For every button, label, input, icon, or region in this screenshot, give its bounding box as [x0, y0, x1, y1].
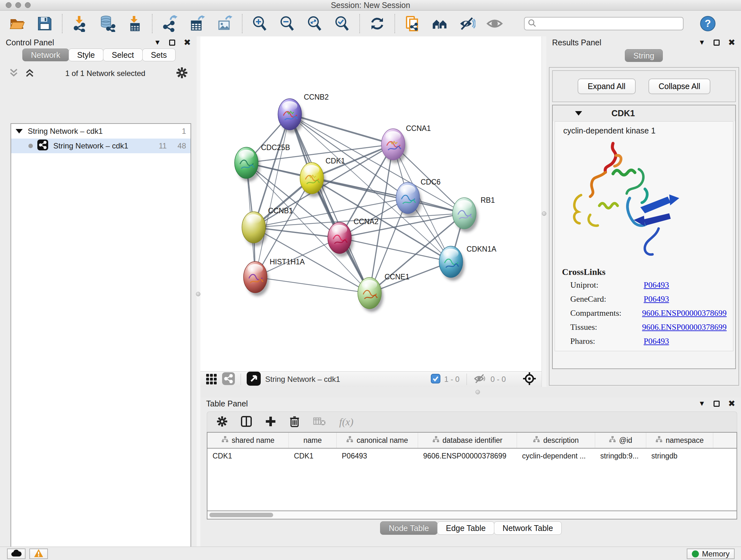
- open-session-button[interactable]: [8, 15, 26, 33]
- network-collection-row[interactable]: String Network – cdk1 1: [11, 124, 191, 138]
- panel-close-icon[interactable]: ✖: [728, 398, 735, 409]
- table-cell[interactable]: CDK1: [207, 449, 289, 463]
- crosslink-link[interactable]: P06493: [644, 294, 669, 304]
- tab-edge-table[interactable]: Edge Table: [437, 521, 494, 535]
- tab-style[interactable]: Style: [69, 49, 104, 61]
- scrollbar-thumb[interactable]: [209, 513, 273, 517]
- grid-view-icon[interactable]: [205, 373, 218, 386]
- import-table-button[interactable]: [126, 15, 144, 33]
- memory-button[interactable]: Memory: [687, 549, 735, 559]
- column-header-name[interactable]: name: [289, 433, 337, 448]
- network-edge-CCNB2-CCNE1[interactable]: [290, 114, 369, 293]
- search-input[interactable]: [539, 19, 680, 28]
- home-views-button[interactable]: [431, 15, 449, 33]
- delete-column-icon[interactable]: [289, 416, 300, 428]
- add-column-icon[interactable]: [265, 416, 276, 428]
- refresh-layout-button[interactable]: [368, 15, 386, 33]
- table-cell[interactable]: CDK1: [289, 449, 337, 463]
- network-edge-CDKN1A-CCNE1[interactable]: [369, 262, 451, 293]
- network-node-CCNA2[interactable]: [328, 222, 353, 257]
- cloud-status-button[interactable]: [7, 549, 25, 559]
- show-all-button[interactable]: [486, 15, 503, 33]
- save-session-button[interactable]: [36, 15, 54, 33]
- export-image-button[interactable]: [216, 15, 233, 33]
- horizontal-splitter[interactable]: [200, 387, 741, 397]
- network-node-CCNE1[interactable]: [358, 277, 383, 312]
- collection-expander-icon[interactable]: [16, 129, 23, 133]
- column-header-shared-name[interactable]: shared name: [207, 433, 289, 448]
- show-columns-icon[interactable]: [241, 416, 252, 428]
- collapse-all-button[interactable]: Collapse All: [649, 78, 711, 94]
- panel-float-icon[interactable]: [714, 40, 720, 46]
- column-header-namespace[interactable]: namespace: [646, 433, 713, 448]
- table-cell[interactable]: 9606.ENSP00000378699: [418, 449, 517, 463]
- network-edge-HIST1H1A-CCNE1[interactable]: [255, 277, 369, 293]
- table-cell[interactable]: stringdb:9...: [595, 449, 646, 463]
- tab-node-table[interactable]: Node Table: [380, 521, 437, 535]
- network-node-CDKN1A[interactable]: [439, 246, 465, 281]
- birdseye-crosshair-icon[interactable]: [522, 372, 536, 387]
- hidden-eye-slash-icon[interactable]: [474, 373, 487, 385]
- panel-close-icon[interactable]: ✖: [184, 37, 191, 48]
- table-cell[interactable]: cyclin-dependent ...: [517, 449, 595, 463]
- zoom-fit-button[interactable]: [306, 15, 324, 33]
- panel-collapse-icon[interactable]: ▼: [698, 400, 705, 407]
- hide-selected-button[interactable]: [458, 15, 476, 33]
- help-button[interactable]: ?: [699, 15, 717, 33]
- selected-checkbox-icon[interactable]: [431, 374, 441, 385]
- crosslink-link[interactable]: 9606.ENSP00000378699: [642, 322, 727, 332]
- network-options-gear-icon[interactable]: [176, 67, 188, 80]
- tab-network[interactable]: Network: [22, 49, 69, 61]
- crosslink-link[interactable]: 9606.ENSP00000378699: [642, 308, 727, 318]
- tab-sets[interactable]: Sets: [142, 49, 176, 61]
- network-node-CDC6[interactable]: [396, 182, 421, 217]
- panel-collapse-icon[interactable]: ▼: [154, 39, 161, 46]
- table-cell[interactable]: stringdb: [646, 449, 713, 463]
- export-table-button[interactable]: [188, 15, 206, 33]
- panel-close-icon[interactable]: ✖: [728, 37, 735, 48]
- panel-float-icon[interactable]: [169, 40, 175, 46]
- zoom-selected-button[interactable]: [333, 15, 351, 33]
- gene-expander-icon[interactable]: [575, 111, 582, 116]
- network-node-CCNB1[interactable]: [242, 212, 267, 246]
- function-builder-button[interactable]: f(x): [339, 416, 353, 428]
- collapse-all-networks-icon[interactable]: [9, 67, 18, 79]
- network-node-CCNB2[interactable]: [278, 99, 304, 133]
- table-options-gear-icon[interactable]: [217, 416, 227, 428]
- network-node-HIST1H1A[interactable]: [244, 261, 269, 296]
- network-node-RB1[interactable]: [453, 198, 478, 232]
- import-network-database-button[interactable]: [98, 15, 116, 33]
- search-box[interactable]: [524, 17, 684, 30]
- gene-card-header[interactable]: CDK1: [553, 105, 735, 121]
- warnings-button[interactable]: [29, 549, 48, 559]
- table-row[interactable]: CDK1CDK1P064939606.ENSP00000378699cyclin…: [207, 449, 737, 463]
- column-header-description[interactable]: description: [517, 433, 595, 448]
- delete-table-icon[interactable]: [313, 417, 326, 428]
- zoom-in-button[interactable]: [251, 15, 269, 33]
- crosslink-link[interactable]: P06493: [644, 280, 669, 290]
- expand-all-button[interactable]: Expand All: [578, 78, 636, 94]
- export-network-button[interactable]: [161, 15, 179, 33]
- splitter-grip[interactable]: [196, 292, 200, 296]
- tab-string[interactable]: String: [625, 49, 663, 62]
- table-horizontal-scrollbar[interactable]: [207, 511, 737, 519]
- splitter-grip[interactable]: [542, 211, 546, 216]
- vertical-splitter[interactable]: [542, 37, 547, 387]
- network-edge-CCNB2-CCNA1[interactable]: [290, 114, 393, 144]
- network-share-icon[interactable]: [222, 372, 235, 386]
- splitter-grip[interactable]: [475, 390, 480, 394]
- panel-float-icon[interactable]: [714, 401, 720, 407]
- import-network-file-button[interactable]: [71, 15, 89, 33]
- table-cell[interactable]: P06493: [337, 449, 418, 463]
- open-in-new-icon[interactable]: [247, 372, 261, 387]
- network-row[interactable]: String Network – cdk1 11 48: [11, 138, 191, 153]
- column-header-database-identifier[interactable]: database identifier: [418, 433, 517, 448]
- network-edge-CCNB2-HIST1H1A[interactable]: [255, 114, 290, 277]
- column-header-@id[interactable]: @id: [595, 433, 646, 448]
- duplicate-network-button[interactable]: [403, 15, 421, 33]
- crosslink-link[interactable]: P06493: [644, 336, 669, 346]
- expand-all-networks-icon[interactable]: [25, 67, 35, 79]
- network-edge-CCNA2-CDKN1A[interactable]: [340, 238, 451, 262]
- column-header-canonical-name[interactable]: canonical name: [337, 433, 418, 448]
- tab-select[interactable]: Select: [103, 49, 142, 61]
